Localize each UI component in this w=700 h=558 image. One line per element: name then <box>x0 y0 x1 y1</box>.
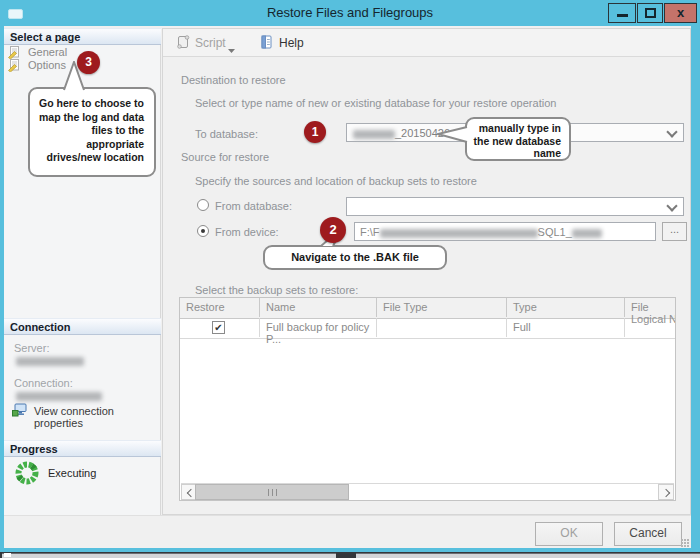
restore-dialog-window: Restore Files and Filegroups x Select a … <box>0 0 700 558</box>
file-type-cell <box>377 318 507 337</box>
resize-grip[interactable] <box>681 539 689 547</box>
name-cell: Full backup for policy P... <box>260 318 377 337</box>
column-header-restore[interactable]: Restore <box>180 298 260 317</box>
callout-line: Go here to choose to <box>36 97 144 111</box>
column-header-file-type[interactable]: File Type <box>377 298 507 317</box>
file-logical-name-cell <box>625 318 676 337</box>
destination-section-label: Destination to restore <box>181 74 286 86</box>
restore-checkbox[interactable]: ✔ <box>212 321 225 334</box>
column-header-type[interactable]: Type <box>507 298 625 317</box>
database-name-redacted <box>353 130 395 139</box>
type-cell: Full <box>507 318 625 337</box>
select-a-page-header: Select a page <box>4 28 161 45</box>
page-script-icon <box>8 59 22 74</box>
destination-hint: Select or type name of new or existing d… <box>195 97 556 109</box>
help-book-icon <box>259 39 275 53</box>
callout-bubble-database-name: manually type in the new database name <box>465 117 571 161</box>
horizontal-scrollbar[interactable] <box>181 483 674 500</box>
main-panel: Script Help Destination to restore Selec… <box>162 28 691 515</box>
step-1-badge: 1 <box>304 121 326 143</box>
titlebar: Restore Files and Filegroups x <box>0 0 700 26</box>
to-database-value: _20150426 <box>353 127 450 139</box>
thumb-grip <box>276 489 277 496</box>
device-path-redacted <box>380 229 538 238</box>
restore-cell: ✔ <box>180 318 260 337</box>
column-header-file-logical-name[interactable]: File Logical N <box>625 298 676 317</box>
callout-line: map the log and data <box>36 111 144 125</box>
desktop-background-strip <box>0 552 700 558</box>
from-device-radio[interactable] <box>197 225 209 237</box>
chevron-left-icon <box>187 489 195 497</box>
callout-line: name <box>471 147 561 160</box>
source-section-label: Source for restore <box>181 151 269 163</box>
thumb-grip <box>268 489 269 496</box>
background-window-fragment <box>2 553 336 558</box>
callout-line: drives/new location <box>36 151 144 165</box>
thumb-grip <box>272 489 273 496</box>
view-connection-properties-link[interactable]: View connection properties <box>12 403 158 419</box>
from-database-combobox[interactable] <box>346 197 684 216</box>
help-button[interactable]: Help <box>259 34 275 52</box>
step-3-badge: 3 <box>77 51 100 74</box>
table-row[interactable]: ✔ Full backup for policy P... Full <box>180 318 675 339</box>
server-value-redacted <box>16 357 84 366</box>
callout-bubble-bak-file: Navigate to the .BAK file <box>263 245 447 270</box>
progress-header: Progress <box>4 440 161 457</box>
scroll-right-button[interactable] <box>658 484 674 500</box>
chevron-down-icon[interactable] <box>666 126 677 137</box>
callout-line: appropriate <box>36 138 144 152</box>
sidebar-item-label: General <box>28 46 67 58</box>
radio-selected-dot <box>201 229 205 233</box>
minimize-icon <box>617 14 628 17</box>
script-icon <box>175 39 191 53</box>
link-label: View connection properties <box>34 405 158 429</box>
ok-button[interactable]: OK <box>535 522 603 546</box>
callout-line: the new database <box>471 135 561 148</box>
script-dropdown-caret-icon[interactable] <box>227 40 236 58</box>
column-header-name[interactable]: Name <box>260 298 377 317</box>
to-database-label: To database: <box>195 128 258 140</box>
connection-header: Connection <box>4 318 161 335</box>
device-path-field[interactable]: F:\FSQL1_ <box>354 222 656 241</box>
progress-status: Executing <box>48 467 96 479</box>
callout-bubble-options: Go here to choose to map the log and dat… <box>28 87 156 177</box>
toolbar: Script Help <box>163 29 690 57</box>
scrollbar-thumb[interactable] <box>195 484 349 500</box>
chevron-down-icon[interactable] <box>666 200 677 211</box>
chevron-right-icon <box>662 489 670 497</box>
background-window-fragment <box>356 553 700 558</box>
browse-button[interactable]: ... <box>662 222 687 241</box>
connection-properties-icon <box>12 407 28 419</box>
window-title: Restore Files and Filegroups <box>0 0 700 26</box>
from-device-label: From device: <box>215 226 279 238</box>
from-database-radio[interactable] <box>197 199 209 211</box>
table-header-row: Restore Name File Type Type File Logical… <box>180 298 675 319</box>
progress-spinner-icon <box>14 460 40 490</box>
callout-pointer <box>437 126 468 143</box>
connection-value-redacted <box>16 392 102 401</box>
backup-sets-table: Restore Name File Type Type File Logical… <box>179 297 676 501</box>
server-label: Server: <box>14 342 49 354</box>
from-database-label: From database: <box>215 200 292 212</box>
device-path-redacted <box>572 229 602 238</box>
close-button[interactable]: x <box>664 3 697 23</box>
script-button[interactable]: Script <box>175 34 191 52</box>
script-label: Script <box>195 36 226 50</box>
background-window-fragment <box>4 553 11 557</box>
backup-sets-label: Select the backup sets to restore: <box>195 284 358 296</box>
connection-label: Connection: <box>14 377 73 389</box>
callout-line: manually type in <box>471 122 561 135</box>
callout-line: files to the <box>36 124 144 138</box>
footer: OK Cancel <box>4 515 691 548</box>
cancel-button[interactable]: Cancel <box>614 522 682 546</box>
source-hint: Specify the sources and location of back… <box>195 175 477 187</box>
step-2-badge: 2 <box>320 217 346 243</box>
minimize-button[interactable] <box>608 3 636 23</box>
maximize-icon <box>645 8 656 18</box>
help-label: Help <box>279 36 304 50</box>
maximize-button[interactable] <box>637 3 663 23</box>
